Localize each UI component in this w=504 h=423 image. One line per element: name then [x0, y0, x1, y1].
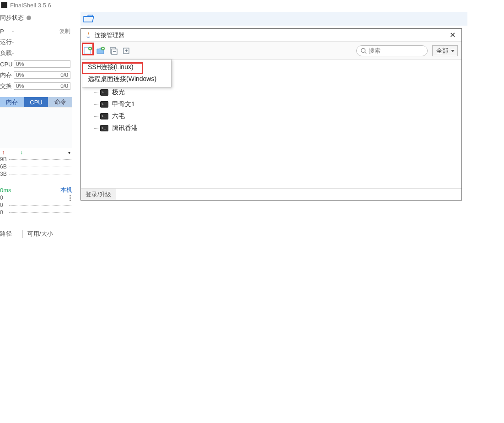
- connection-manager-bottom-bar: 登录/升级: [81, 188, 461, 200]
- ping-val-3: 0: [0, 209, 8, 216]
- terminal-icon: [100, 101, 108, 108]
- load-label: 负载: [0, 49, 12, 57]
- net-updown-row: ↑ ↓ ▾: [0, 149, 72, 156]
- open-folder-icon[interactable]: [83, 14, 95, 23]
- swap-label: 交换: [0, 82, 12, 90]
- collapse-caret-icon[interactable]: ▾: [68, 150, 70, 155]
- connection-manager-window: 连接管理器 ✕: [80, 28, 462, 201]
- net-row-2: 6B: [0, 163, 72, 170]
- terminal-icon: [100, 113, 108, 119]
- tab-mem[interactable]: 内存: [0, 97, 24, 107]
- tab-cmd[interactable]: 命令: [48, 97, 72, 107]
- terminal-icon: [100, 89, 108, 96]
- tab-cpu[interactable]: CPU: [24, 97, 48, 107]
- col-path: 路径: [0, 230, 23, 238]
- search-placeholder: 搜索: [369, 47, 381, 55]
- new-connection-icon[interactable]: [83, 46, 93, 56]
- tree-item-label: 六毛: [112, 112, 125, 120]
- net-label-2: 6B: [0, 163, 8, 170]
- row-load: 负载 -: [0, 48, 72, 59]
- sync-status-row: 同步状态: [0, 12, 72, 26]
- connection-manager-title: 连接管理器: [95, 31, 124, 39]
- ping-ms: 0ms: [0, 187, 11, 194]
- ip-value: -: [12, 28, 14, 35]
- tree-item-label: 腾讯香港: [112, 124, 138, 132]
- main-area: 连接管理器 ✕: [73, 10, 504, 264]
- run-label: 运行: [0, 38, 12, 46]
- mem-value: 0%: [16, 72, 24, 78]
- ping-val-1: 0: [0, 195, 8, 201]
- search-icon: [360, 48, 367, 54]
- load-value: -: [12, 50, 14, 57]
- tree-item-label: 极光: [112, 88, 125, 97]
- net-label-1: 9B: [0, 156, 8, 163]
- ping-host[interactable]: 本机: [60, 186, 72, 194]
- terminal-icon: [100, 125, 108, 131]
- java-icon: [85, 32, 92, 39]
- ip-label: P: [0, 28, 12, 35]
- net-label-3: 3B: [0, 171, 8, 177]
- close-icon[interactable]: ✕: [447, 30, 458, 41]
- disk-table-empty: [0, 238, 72, 264]
- copy-button[interactable]: 复制: [59, 27, 70, 35]
- swap-right: 0/0: [60, 83, 68, 89]
- upload-arrow-icon: ↑: [2, 149, 5, 156]
- drag-handle-icon[interactable]: [70, 195, 72, 201]
- chart-area: [0, 107, 72, 148]
- menu-item-rdp-windows[interactable]: 远程桌面连接(Windows): [82, 73, 171, 85]
- tree-item[interactable]: 六毛: [90, 110, 461, 122]
- mem-right: 0/0: [60, 72, 68, 78]
- cpu-label: CPU: [0, 61, 12, 68]
- net-row-3: 3B: [0, 170, 72, 178]
- sync-status-label: 同步状态: [0, 14, 24, 22]
- cpu-value: 0%: [16, 61, 24, 67]
- download-arrow-icon: ↓: [20, 149, 23, 156]
- expand-all-icon[interactable]: [121, 46, 131, 56]
- new-connection-menu: SSH连接(Linux) 远程桌面连接(Windows): [82, 59, 172, 87]
- ping-val-2: 0: [0, 202, 8, 208]
- row-mem: 内存 0% 0/0: [0, 70, 72, 81]
- tree-item[interactable]: 甲骨文1: [90, 98, 461, 110]
- filter-select[interactable]: 全部: [432, 45, 458, 56]
- sync-status-dot: [27, 16, 31, 20]
- login-upgrade-button[interactable]: 登录/升级: [81, 189, 116, 200]
- connection-manager-toolbar: 搜索 全部: [81, 42, 461, 60]
- net-row-1: 9B: [0, 156, 72, 163]
- cpu-meter: 0%: [14, 60, 70, 68]
- app-title: FinalShell 3.5.6: [10, 2, 51, 9]
- connection-manager-titlebar[interactable]: 连接管理器 ✕: [81, 29, 461, 42]
- mem-label: 内存: [0, 71, 12, 79]
- ping-row: 0ms 本机: [0, 186, 72, 194]
- tree-item[interactable]: 极光: [90, 87, 461, 98]
- col-avail: 可用/大小: [23, 230, 53, 238]
- collapse-all-icon[interactable]: [108, 46, 118, 56]
- tree-item[interactable]: 腾讯香港: [90, 122, 461, 134]
- net-dots: [9, 167, 71, 167]
- ping-row-2: 0: [0, 201, 72, 209]
- row-run: 运行 -: [0, 37, 72, 48]
- row-ip: P - 复制: [0, 26, 72, 37]
- app-title-bar: FinalShell 3.5.6: [0, 0, 504, 10]
- tab-bar: [80, 12, 467, 26]
- net-dots: [9, 159, 71, 160]
- net-dots: [9, 174, 71, 174]
- app-icon: [1, 2, 7, 8]
- sidebar-tabs: 内存 CPU 命令: [0, 97, 72, 107]
- svg-point-6: [361, 48, 365, 52]
- swap-meter: 0% 0/0: [14, 82, 70, 90]
- swap-value: 0%: [16, 83, 24, 89]
- disk-header: 路径 可用/大小: [0, 230, 72, 238]
- sidebar: 同步状态 P - 复制 运行 - 负载 - CPU 0% 内存 0%: [0, 10, 73, 264]
- row-cpu: CPU 0%: [0, 59, 72, 70]
- mem-meter: 0% 0/0: [14, 71, 70, 79]
- menu-item-ssh-linux[interactable]: SSH连接(Linux): [82, 61, 171, 73]
- run-value: -: [12, 39, 14, 46]
- search-input[interactable]: 搜索: [356, 45, 428, 56]
- row-swap: 交换 0% 0/0: [0, 81, 72, 92]
- ping-row-3: 0: [0, 209, 72, 216]
- ping-row-1: 0: [0, 194, 72, 201]
- filter-label: 全部: [436, 47, 448, 55]
- tree-item-label: 甲骨文1: [112, 100, 135, 108]
- new-folder-icon[interactable]: [96, 46, 106, 56]
